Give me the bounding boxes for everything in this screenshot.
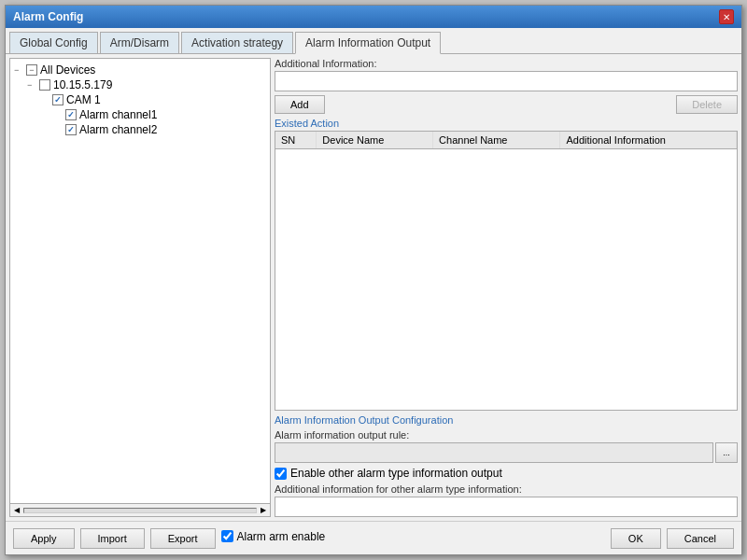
- additional-info-label: Additional Information:: [275, 58, 738, 69]
- tree-item-cam1[interactable]: ✓ CAM 1: [14, 92, 266, 107]
- close-button[interactable]: ✕: [719, 9, 734, 24]
- device-tree-panel: − − All Devices − 10.15.5.179 ✓ CAM 1: [9, 58, 271, 517]
- tab-arm-disarm[interactable]: Arm/Disarm: [100, 32, 179, 53]
- expand-ip-icon: −: [27, 80, 36, 90]
- checkbox-cam1[interactable]: ✓: [52, 94, 63, 105]
- rule-input[interactable]: [275, 442, 713, 463]
- tab-activation-strategy[interactable]: Activation strategy: [181, 32, 293, 53]
- additional-other-label: Additional information for other alarm t…: [275, 483, 738, 495]
- right-panel: Additional Information: Add Delete Exist…: [275, 58, 738, 517]
- enable-other-alarm-text: Enable other alarm type information outp…: [290, 467, 502, 480]
- enable-other-alarm-label[interactable]: Enable other alarm type information outp…: [275, 467, 738, 480]
- tree-label-ip: 10.15.5.179: [53, 78, 112, 91]
- add-button[interactable]: Add: [275, 95, 325, 114]
- checkbox-alarm-ch1[interactable]: ✓: [65, 109, 77, 120]
- bottom-config-section: Alarm Information Output Configuration A…: [275, 414, 738, 517]
- cancel-button[interactable]: Cancel: [667, 528, 734, 549]
- tree-item-alarm-ch1[interactable]: ✓ Alarm channel1: [14, 107, 266, 122]
- tree-item-ip[interactable]: − 10.15.5.179: [14, 77, 266, 92]
- checkbox-all-devices[interactable]: −: [26, 64, 37, 76]
- tab-bar: Global Config Arm/Disarm Activation stra…: [6, 28, 741, 54]
- action-table-container: SN Device Name Channel Name Additional I…: [275, 131, 738, 411]
- apply-button[interactable]: Apply: [13, 528, 75, 549]
- checkbox-alarm-ch2[interactable]: ✓: [65, 124, 77, 135]
- import-button[interactable]: Import: [80, 528, 145, 549]
- tree-scrollbar[interactable]: ◀ ▶: [10, 503, 270, 516]
- enable-other-alarm-checkbox[interactable]: [275, 468, 287, 480]
- browse-button[interactable]: ...: [715, 442, 738, 463]
- checkbox-ip[interactable]: [39, 79, 50, 91]
- additional-info-section: Additional Information: Add Delete: [275, 58, 738, 114]
- rule-input-row: ...: [275, 442, 738, 463]
- col-channel-name: Channel Name: [433, 132, 560, 149]
- col-device-name: Device Name: [317, 132, 433, 149]
- add-delete-row: Add Delete: [275, 95, 738, 114]
- tree-area: − − All Devices − 10.15.5.179 ✓ CAM 1: [10, 59, 270, 503]
- existed-action-section: Existed Action SN Device Name Channel Na…: [275, 118, 738, 411]
- main-content: − − All Devices − 10.15.5.179 ✓ CAM 1: [6, 54, 741, 521]
- tree-label-alarm-ch1: Alarm channel1: [79, 108, 157, 121]
- alarm-arm-checkbox[interactable]: [221, 530, 233, 542]
- delete-button[interactable]: Delete: [676, 95, 738, 114]
- title-bar: Alarm Config ✕: [6, 6, 741, 28]
- scroll-right-icon[interactable]: ▶: [259, 506, 268, 514]
- action-table: SN Device Name Channel Name Additional I…: [275, 132, 737, 149]
- col-sn: SN: [275, 132, 317, 149]
- alarm-arm-text: Alarm arm enable: [237, 530, 326, 543]
- tree-item-alarm-ch2[interactable]: ✓ Alarm channel2: [14, 122, 266, 137]
- rule-label: Alarm information output rule:: [275, 429, 738, 441]
- scroll-left-icon[interactable]: ◀: [12, 506, 21, 514]
- tab-alarm-info-output[interactable]: Alarm Information Output: [295, 32, 441, 54]
- alarm-arm-label[interactable]: Alarm arm enable: [221, 530, 326, 543]
- ok-button[interactable]: OK: [611, 528, 661, 549]
- footer: Apply Import Export Alarm arm enable OK …: [6, 521, 741, 554]
- window-title: Alarm Config: [13, 10, 83, 23]
- export-button[interactable]: Export: [150, 528, 216, 549]
- tab-global-config[interactable]: Global Config: [9, 32, 98, 53]
- tree-label-alarm-ch2: Alarm channel2: [79, 123, 157, 136]
- additional-info-input[interactable]: [275, 71, 738, 91]
- scroll-track[interactable]: [23, 508, 257, 513]
- existed-action-label: Existed Action: [275, 118, 738, 129]
- expand-all-devices-icon: −: [14, 65, 23, 75]
- tree-label-cam1: CAM 1: [66, 93, 101, 106]
- footer-right: OK Cancel: [611, 528, 734, 549]
- config-title: Alarm Information Output Configuration: [275, 414, 738, 426]
- additional-other-input[interactable]: [275, 497, 738, 517]
- tree-label-all-devices: All Devices: [40, 63, 95, 77]
- col-additional-info: Additional Information: [560, 132, 737, 149]
- alarm-config-window: Alarm Config ✕ Global Config Arm/Disarm …: [5, 5, 742, 555]
- tree-item-all-devices[interactable]: − − All Devices: [14, 63, 266, 77]
